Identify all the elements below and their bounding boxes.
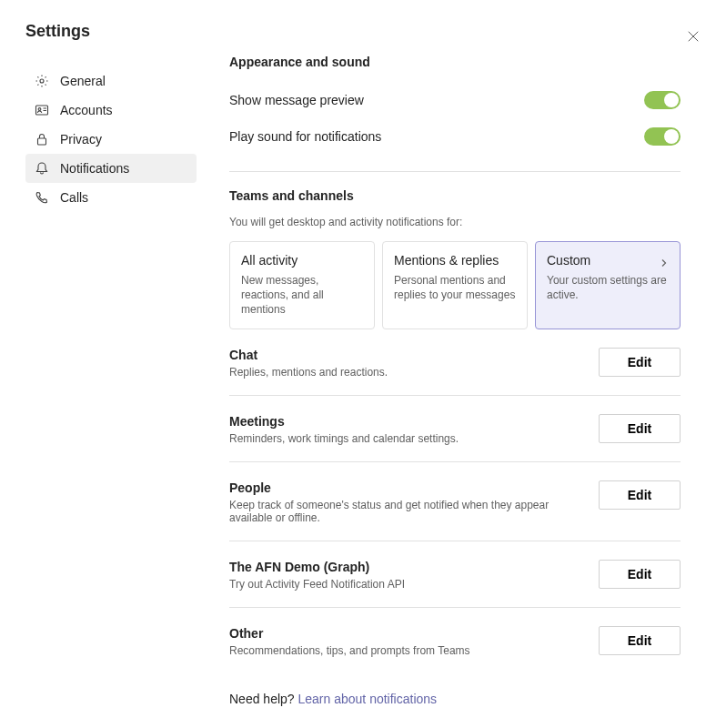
svg-point-0 <box>40 79 44 83</box>
option-title: All activity <box>241 253 363 268</box>
row-title: Chat <box>229 348 577 362</box>
people-edit-button[interactable]: Edit <box>599 480 681 510</box>
chat-row: Chat Replies, mentions and reactions. Ed… <box>229 346 681 396</box>
main-content: Appearance and sound Show message previe… <box>211 0 726 728</box>
show-message-preview-label: Show message preview <box>229 93 364 107</box>
people-row: People Keep track of someone's status an… <box>229 479 681 541</box>
row-title: The AFN Demo (Graph) <box>229 560 577 574</box>
sidebar: Settings General Accounts Privacy Notifi… <box>0 0 211 728</box>
help-prefix: Need help? <box>229 692 298 706</box>
option-desc: Personal mentions and replies to your me… <box>394 273 516 302</box>
teams-channels-subtitle: You will get desktop and activity notifi… <box>229 216 681 228</box>
page-title: Settings <box>25 22 197 41</box>
option-desc: Your custom settings are active. <box>547 273 669 302</box>
chat-edit-button[interactable]: Edit <box>599 348 681 377</box>
learn-about-notifications-link[interactable]: Learn about notifications <box>298 692 438 706</box>
row-desc: Replies, mentions and reactions. <box>229 366 577 379</box>
close-icon <box>687 30 700 43</box>
help-row: Need help? Learn about notifications <box>229 692 681 706</box>
row-desc: Keep track of someone's status and get n… <box>229 499 577 524</box>
sidebar-item-accounts[interactable]: Accounts <box>25 96 197 125</box>
row-desc: Reminders, work timings and calendar set… <box>229 432 577 445</box>
option-desc: New messages, reactions, and all mention… <box>241 273 363 318</box>
lock-icon <box>35 132 49 147</box>
sidebar-item-general[interactable]: General <box>25 66 197 96</box>
meetings-row: Meetings Reminders, work timings and cal… <box>229 412 681 462</box>
svg-point-2 <box>38 108 41 111</box>
close-button[interactable] <box>682 25 704 47</box>
teams-channels-title: Teams and channels <box>229 188 681 203</box>
row-desc: Try out Activity Feed Notification API <box>229 578 577 591</box>
afn-demo-row: The AFN Demo (Graph) Try out Activity Fe… <box>229 558 681 608</box>
sidebar-item-calls[interactable]: Calls <box>25 183 197 212</box>
show-message-preview-toggle[interactable] <box>644 91 681 109</box>
other-edit-button[interactable]: Edit <box>599 626 681 655</box>
sidebar-item-label: Notifications <box>60 161 129 176</box>
appearance-section-title: Appearance and sound <box>229 55 681 69</box>
option-title: Mentions & replies <box>394 253 516 268</box>
play-sound-toggle[interactable] <box>644 127 681 146</box>
afn-demo-edit-button[interactable]: Edit <box>599 560 681 589</box>
show-message-preview-row: Show message preview <box>229 82 681 118</box>
svg-rect-3 <box>38 138 46 145</box>
teams-channels-options: All activity New messages, reactions, an… <box>229 241 681 329</box>
sidebar-item-privacy[interactable]: Privacy <box>25 125 197 154</box>
row-title: Other <box>229 626 577 641</box>
divider <box>229 171 681 172</box>
id-card-icon <box>35 103 49 117</box>
play-sound-row: Play sound for notifications <box>229 118 681 155</box>
gear-icon <box>35 74 49 88</box>
sidebar-item-label: Privacy <box>60 132 102 147</box>
option-all-activity[interactable]: All activity New messages, reactions, an… <box>229 241 375 329</box>
other-row: Other Recommendations, tips, and prompts… <box>229 624 681 673</box>
play-sound-label: Play sound for notifications <box>229 129 381 144</box>
option-mentions-replies[interactable]: Mentions & replies Personal mentions and… <box>382 241 528 329</box>
row-title: People <box>229 480 577 495</box>
sidebar-item-label: Calls <box>60 190 88 205</box>
sidebar-item-label: General <box>60 74 106 88</box>
option-custom[interactable]: Custom Your custom settings are active. <box>535 241 681 329</box>
option-title: Custom <box>547 253 669 268</box>
meetings-edit-button[interactable]: Edit <box>599 414 681 443</box>
sidebar-item-label: Accounts <box>60 103 113 117</box>
phone-icon <box>35 190 49 205</box>
row-desc: Recommendations, tips, and prompts from … <box>229 644 577 657</box>
sidebar-item-notifications[interactable]: Notifications <box>25 154 197 183</box>
row-title: Meetings <box>229 414 577 429</box>
chevron-right-icon <box>660 255 669 271</box>
bell-icon <box>35 161 49 176</box>
